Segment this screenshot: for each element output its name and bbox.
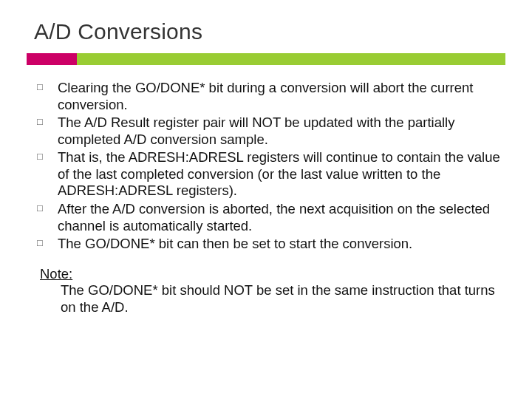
underline-accent-green (77, 53, 505, 65)
bullet-item: The GO/DONE* bit can then be set to star… (37, 236, 505, 253)
bullet-item: Clearing the GO/DONE* bit during a conve… (37, 80, 505, 113)
bullet-item: The A/D Result register pair will NOT be… (37, 115, 505, 148)
note-block: Note: The GO/DONE* bit should NOT be set… (31, 266, 505, 316)
slide: A/D Conversions Clearing the GO/DONE* bi… (0, 0, 532, 399)
underline-accent-magenta (27, 53, 77, 65)
title-underline (27, 53, 505, 65)
slide-title: A/D Conversions (34, 19, 505, 44)
body: Clearing the GO/DONE* bit during a conve… (27, 80, 505, 316)
bullet-list: Clearing the GO/DONE* bit during a conve… (31, 80, 505, 253)
note-label: Note: (40, 266, 72, 282)
note-text: The GO/DONE* bit should NOT be set in th… (40, 282, 505, 316)
bullet-item: That is, the ADRESH:ADRESL registers wil… (37, 149, 505, 200)
bullet-item: After the A/D conversion is aborted, the… (37, 201, 505, 234)
